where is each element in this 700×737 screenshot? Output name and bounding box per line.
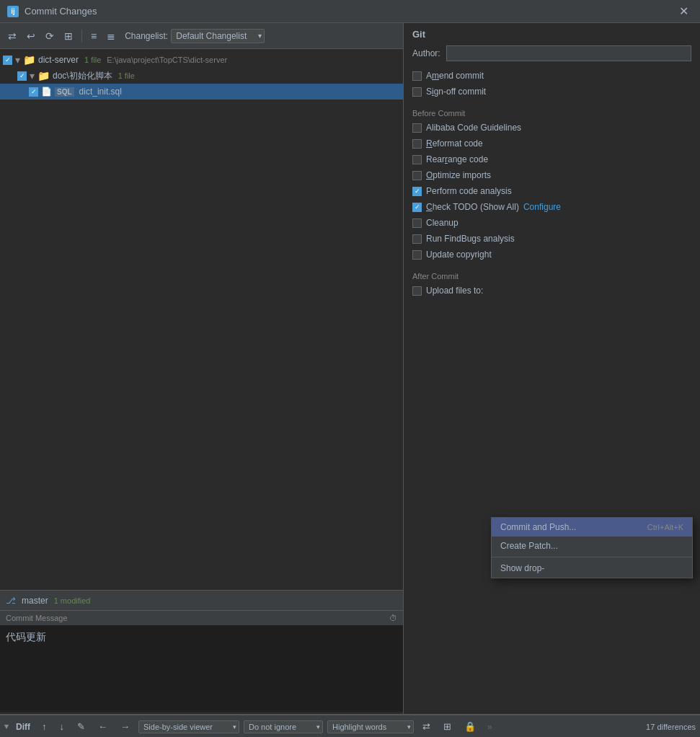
main-content: ⇄ ↩ ⟳ ⊞ ≡ ≣ Changelist: Default Changeli… — [0, 23, 700, 714]
title-bar-left: ij Commit Changes — [7, 6, 97, 17]
diff-up-button[interactable]: ↑ — [37, 719, 51, 734]
diff-expand-icon[interactable]: ▾ — [4, 722, 9, 731]
checkbox-signoff[interactable] — [412, 87, 422, 97]
history-icon[interactable]: ⏱ — [389, 614, 397, 622]
window-title: Commit Changes — [25, 6, 97, 17]
expand-icon-doc: ▾ — [30, 70, 35, 81]
cb-label-alibaba: Alibaba Code Guidelines — [426, 123, 521, 133]
checkbox-copyright[interactable] — [412, 250, 422, 260]
cb-label-copyright: Update copyright — [426, 250, 492, 260]
tree-meta-dict-server: 1 file — [84, 56, 101, 64]
checkbox-row-optimize: Optimize imports — [412, 169, 691, 181]
tree-checkbox-doc[interactable]: ✓ — [17, 71, 27, 81]
author-label: Author: — [412, 48, 440, 58]
checkbox-row-amend: Amend commit — [412, 70, 691, 81]
close-button[interactable]: ✕ — [675, 3, 693, 19]
tree-checkbox-dict-init[interactable]: ✓ — [29, 87, 38, 97]
checkbox-row-rearrange: Rearrange code — [412, 154, 691, 165]
vcs-icon[interactable]: ⇄ — [4, 28, 20, 44]
checkbox-alibaba[interactable] — [412, 123, 422, 133]
ctx-label-show-drop: Show drop- — [500, 563, 544, 573]
commit-message-header: Commit Message ⏱ — [0, 611, 403, 625]
undo-button[interactable]: ↩ — [23, 28, 39, 44]
folder-icon-doc: 📁 — [37, 70, 50, 81]
right-panel: Git Author: Amend commit Sign-off commit… — [404, 23, 700, 714]
checkbox-reformat[interactable] — [412, 139, 422, 149]
diff-separator: » — [487, 722, 492, 732]
checkbox-analyze[interactable]: ✓ — [412, 187, 422, 196]
before-commit-divider: Before Commit — [412, 109, 691, 118]
branch-name: master — [22, 596, 48, 606]
after-commit-divider: After Commit — [412, 272, 691, 281]
checkbox-rearrange[interactable] — [412, 155, 422, 164]
changelist-select[interactable]: Default Changelist — [171, 29, 265, 43]
group-button[interactable]: ⊞ — [61, 28, 76, 44]
cb-label-analyze: Perform code analysis — [426, 186, 512, 196]
tree-checkbox-dict-server[interactable]: ✓ — [3, 56, 12, 65]
diff-settings-button[interactable]: ⊞ — [439, 719, 456, 734]
checkbox-findbugs[interactable] — [412, 234, 422, 244]
diff-edit-button[interactable]: ✎ — [73, 719, 89, 734]
refresh-button[interactable]: ⟳ — [42, 28, 58, 44]
toolbar: ⇄ ↩ ⟳ ⊞ ≡ ≣ Changelist: Default Changeli… — [0, 23, 403, 49]
cb-label-rearrange: Rearrange code — [426, 154, 488, 164]
checkbox-row-analyze: ✓ Perform code analysis — [412, 185, 691, 197]
checkbox-optimize[interactable] — [412, 171, 422, 180]
checkbox-row-todo: ✓ Check TODO (Show All) Configure — [412, 201, 691, 213]
cb-label-amend: Amend commit — [426, 71, 484, 81]
cb-label-upload: Upload files to: — [426, 286, 483, 296]
tree-label-doc: doc\初始化脚本 — [53, 70, 112, 82]
branch-icon: ⎇ — [6, 596, 16, 606]
commit-message-input[interactable]: 代码更新 — [0, 625, 403, 712]
checkbox-amend[interactable] — [412, 71, 422, 81]
file-icon-dict-init: 📄 — [41, 87, 52, 97]
tree-path-dict-server: E:\java\project\TopCTS\dict-server — [107, 56, 227, 64]
file-tree: ✓ ▾ 📁 dict-server 1 file E:\java\project… — [0, 49, 403, 590]
app-icon: ij — [7, 6, 19, 17]
checkbox-row-findbugs: Run FindBugs analysis — [412, 233, 691, 244]
collapse-button[interactable]: ≣ — [103, 28, 119, 44]
ignore-mode-select[interactable]: Do not ignore — [244, 720, 323, 733]
folder-icon-dict-server: 📁 — [23, 54, 35, 66]
title-bar: ij Commit Changes ✕ — [0, 0, 700, 23]
tree-item-dict-server[interactable]: ✓ ▾ 📁 dict-server 1 file E:\java\project… — [0, 52, 403, 68]
diff-forward-button[interactable]: → — [116, 719, 134, 734]
modified-badge: 1 modified — [54, 596, 91, 605]
configure-link[interactable]: Configure — [523, 202, 561, 212]
highlight-mode-wrapper: Highlight words ▾ — [327, 720, 414, 733]
checkbox-row-cleanup: Cleanup — [412, 217, 691, 229]
checkbox-row-copyright: Update copyright — [412, 249, 691, 260]
diff-back-button[interactable]: ← — [94, 719, 112, 734]
ctx-item-create-patch[interactable]: Create Patch... — [492, 537, 692, 555]
viewer-mode-select[interactable]: Side-by-side viewer — [138, 720, 239, 733]
author-input[interactable] — [446, 45, 691, 61]
diff-count: 17 differences — [646, 723, 696, 731]
diff-down-button[interactable]: ↓ — [56, 719, 69, 734]
commit-message-label: Commit Message — [6, 614, 68, 622]
diff-title: Diff — [16, 722, 30, 732]
cb-label-todo: Check TODO (Show All) — [426, 202, 519, 212]
checkbox-upload[interactable] — [412, 286, 422, 296]
checkbox-todo[interactable]: ✓ — [412, 203, 422, 212]
ignore-mode-wrapper: Do not ignore ▾ — [244, 720, 323, 733]
diff-lock-button[interactable]: 🔒 — [460, 719, 480, 734]
changelist-label: Changelist: — [125, 31, 168, 41]
commit-message-section: Commit Message ⏱ 代码更新 — [0, 610, 403, 714]
changelist-wrapper: Default Changelist ▾ — [171, 29, 265, 43]
ctx-item-show-drop[interactable]: Show drop- — [492, 559, 692, 578]
diff-header: ▾ Diff ↑ ↓ ✎ ← → Side-by-side viewer ▾ D… — [0, 715, 700, 737]
tree-meta-doc: 1 file — [118, 71, 135, 80]
ctx-label-create-patch: Create Patch... — [500, 541, 558, 551]
file-type-badge: SQL — [55, 87, 74, 97]
highlight-mode-select[interactable]: Highlight words — [327, 720, 414, 733]
checkbox-row-upload: Upload files to: — [412, 285, 691, 296]
tree-item-dict-init[interactable]: ✓ 📄 SQL dict_init.sql — [0, 84, 403, 100]
tree-label-dict-init: dict_init.sql — [79, 87, 122, 97]
expand-icon-dict-server: ▾ — [15, 54, 20, 66]
checkbox-cleanup[interactable] — [412, 219, 422, 228]
ctx-item-commit-push[interactable]: Commit and Push... Ctrl+Alt+K — [492, 518, 692, 537]
expand-button[interactable]: ≡ — [87, 28, 100, 44]
diff-sync-button[interactable]: ⇄ — [418, 719, 435, 734]
separator-1 — [81, 30, 82, 43]
tree-item-doc-folder[interactable]: ✓ ▾ 📁 doc\初始化脚本 1 file — [0, 68, 403, 84]
